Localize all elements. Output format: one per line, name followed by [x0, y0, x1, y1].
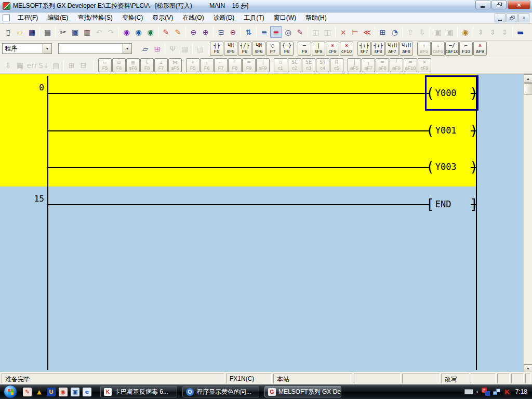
write-mode-button[interactable]: ✎	[294, 26, 306, 38]
delete-vertical-line-button[interactable]: ×cF10	[340, 42, 353, 56]
open-contact-branch-button[interactable]: ЧНsF5	[224, 42, 237, 56]
closed-contact-branch-button[interactable]: ЧИsF6	[252, 42, 265, 56]
copy-button[interactable]: ▣	[69, 26, 81, 38]
quicklaunch-warning-triangle-icon[interactable]: ▲	[35, 388, 44, 396]
coil-y001[interactable]: (Y001)	[426, 122, 478, 139]
scroll-up-button[interactable]: ▲	[524, 74, 532, 83]
mdi-restore-button[interactable]	[507, 14, 517, 22]
menu-view[interactable]: 显示(V)	[148, 12, 178, 23]
menu-help[interactable]: 帮助(H)	[301, 12, 331, 23]
device-label: END	[434, 199, 470, 209]
ladder-edit-mode-button[interactable]: ≡	[270, 26, 282, 38]
device-combo[interactable]: ▼	[58, 43, 132, 54]
sfc-vertical-line-icon: │	[261, 60, 264, 65]
coil-y003[interactable]: (Y003)	[426, 158, 478, 176]
replace-device-button[interactable]: ✎	[160, 26, 172, 38]
paste-button[interactable]: ▥	[81, 26, 93, 38]
find-contact-button[interactable]: ⊖	[188, 26, 200, 38]
restore-button[interactable]	[491, 1, 507, 9]
menu-online[interactable]: 在线(O)	[178, 12, 208, 23]
vertical-line-button[interactable]: │sF9	[312, 42, 325, 56]
remote-operation-button[interactable]: ◉	[459, 26, 471, 38]
online-change-button[interactable]: ≪	[361, 26, 373, 38]
status-overwrite-mode[interactable]: 改写	[441, 374, 469, 383]
scroll-down-button[interactable]: ▼	[524, 364, 532, 372]
application-instruction-button[interactable]: { }F8	[280, 42, 294, 56]
start-button[interactable]	[4, 385, 17, 398]
device-use-list-button[interactable]: ⊕	[227, 26, 239, 38]
edit-cursor[interactable]	[425, 75, 478, 111]
program-check-button[interactable]: ⊞	[377, 26, 389, 38]
cut-button[interactable]: ✂	[57, 26, 69, 38]
open-project-button[interactable]: ▱	[14, 26, 26, 38]
taskbar-button-kaspersky[interactable]: K卡巴斯基反病毒 6...	[100, 386, 177, 397]
keyboard-icon[interactable]	[464, 389, 473, 394]
find-string-button[interactable]: ◉	[144, 26, 156, 38]
menu-project[interactable]: 工程(F)	[13, 12, 43, 23]
menu-tools[interactable]: 工具(T)	[239, 12, 269, 23]
scrollbar-thumb[interactable]	[524, 83, 532, 95]
new-project-button[interactable]: ▯	[2, 26, 14, 38]
quicklaunch-internet-explorer-icon[interactable]: e	[83, 388, 91, 396]
horizontal-line-button[interactable]: ─F9	[298, 42, 311, 56]
clock-setting-button[interactable]: ◔	[389, 26, 401, 38]
write-to-plc-button[interactable]: ⇅	[243, 26, 255, 38]
close-button[interactable]: ×	[508, 1, 530, 9]
replace-string-button[interactable]: ✎	[172, 26, 184, 38]
menu-edit[interactable]: 编辑(E)	[43, 12, 73, 23]
taskbar-clock[interactable]: 7:18	[515, 388, 527, 395]
combo-dropdown-icon[interactable]: ▼	[43, 44, 51, 54]
delete-line-button[interactable]: ×aF9	[473, 42, 487, 56]
read-mode-button[interactable]: ◎	[282, 26, 294, 38]
rising-pulse-branch-button[interactable]: Ч↑НaF7	[385, 42, 399, 56]
display-setting-button[interactable]: ▬	[514, 26, 526, 38]
vertical-scrollbar[interactable]: ▲▼	[523, 74, 532, 372]
delete-vertical-line-key-label: cF10	[341, 49, 352, 54]
invert-operation-button[interactable]: ─/caF10	[445, 42, 459, 56]
minimize-button[interactable]	[475, 1, 490, 9]
quicklaunch-show-desktop-icon[interactable]: ▣	[71, 388, 79, 396]
rising-pulse-button[interactable]: ┤↑├sF7	[357, 42, 371, 56]
menu-window[interactable]: 窗口(W)	[269, 12, 301, 23]
online-ladder-edit-button[interactable]: ×	[337, 26, 349, 38]
sfc-comment-c1-icon: ▫	[279, 60, 282, 65]
cross-reference-button[interactable]: ⊟	[215, 26, 227, 38]
project-data-list-button[interactable]: ≡	[258, 26, 270, 38]
mdi-close-button[interactable]: ×	[518, 14, 529, 22]
tray-expand-icon[interactable]: ‹	[476, 388, 478, 395]
online-write-button[interactable]: ⊨	[349, 26, 361, 38]
mdi-document-icon[interactable]	[3, 15, 10, 21]
menu-find-replace[interactable]: 查找/替换(S)	[73, 12, 117, 23]
comment-edit-button[interactable]: ▱	[139, 43, 151, 55]
closed-contact-button[interactable]: ┤/├F6	[238, 42, 251, 56]
quicklaunch-search-tool-icon[interactable]: ◉	[59, 388, 68, 396]
device-label-tree-button[interactable]: ⊞	[151, 43, 163, 55]
instruction-end[interactable]: [END]	[426, 195, 478, 213]
falling-pulse-button[interactable]: ┤↓├sF8	[371, 42, 385, 56]
network-icon[interactable]	[493, 389, 500, 395]
menu-convert[interactable]: 变换(C)	[117, 12, 148, 23]
ladder-edit-area[interactable]: 0(Y000)(Y001)(Y003)15[END]▲▼	[0, 74, 532, 372]
open-contact-button[interactable]: ┤├F5	[210, 42, 223, 56]
menu-diagnostics[interactable]: 诊断(D)	[209, 12, 240, 23]
find-button[interactable]: ◉	[121, 26, 132, 38]
combo-dropdown-icon[interactable]: ▼	[123, 44, 131, 54]
kaspersky-tray-icon[interactable]: K	[503, 388, 511, 396]
find-device-button[interactable]: ◉	[132, 26, 144, 38]
coil-button[interactable]: ◯F7	[266, 42, 280, 56]
horizontal-line-branch-button[interactable]: ⌐F10	[459, 42, 473, 56]
print-button[interactable]: ▤	[42, 26, 54, 38]
falling-pulse-branch-button[interactable]: Ч↓НaF8	[400, 42, 413, 56]
taskbar-button-melsoft[interactable]: GMELSOFT系列 GX De...	[264, 386, 341, 397]
delete-horizontal-line-button[interactable]: ×cF9	[326, 42, 339, 56]
online-change-icon: ≪	[363, 29, 371, 36]
task-buttons: K卡巴斯基反病毒 6...O程序显示黄色的问...GMELSOFT系列 GX D…	[100, 386, 341, 397]
quicklaunch-kaspersky-report-icon[interactable]: ✎	[23, 388, 32, 396]
save-project-button[interactable]: ▦	[26, 26, 38, 38]
find-coil-button[interactable]: ⊕	[200, 26, 211, 38]
taskbar-button-browser[interactable]: O程序显示黄色的问...	[182, 386, 259, 397]
quicklaunch-ultraedit-icon[interactable]: U	[47, 388, 56, 396]
mdi-minimize-button[interactable]	[495, 14, 506, 22]
ime-icon[interactable]: 拼	[482, 388, 490, 396]
program-combo[interactable]: 程序 ▼	[2, 43, 52, 54]
